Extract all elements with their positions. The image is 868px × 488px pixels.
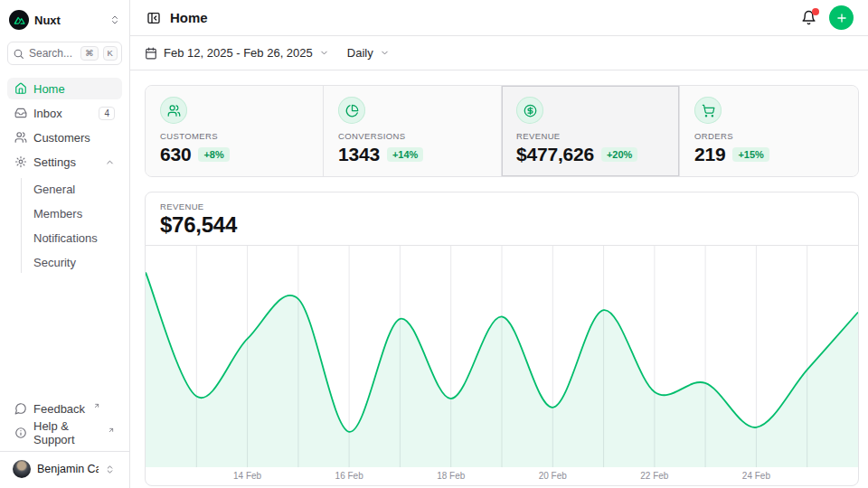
gear-icon xyxy=(14,155,27,168)
stats-panel: CUSTOMERS 630 +8% CONVERSIONS 1343 +14% xyxy=(145,85,859,177)
chevrons-up-down-icon xyxy=(105,465,115,474)
x-axis-tick-label: 14 Feb xyxy=(233,471,261,481)
stat-value: $477,626 xyxy=(516,144,594,165)
chat-bubble-icon xyxy=(14,402,27,415)
sidebar-item-settings[interactable]: Settings xyxy=(7,151,122,173)
stat-card-customers[interactable]: CUSTOMERS 630 +8% xyxy=(146,86,324,176)
sidebar-item-feedback[interactable]: Feedback xyxy=(7,398,122,419)
user-name: Benjamin Canac xyxy=(37,463,99,475)
workspace-name: Nuxt xyxy=(34,14,104,27)
stat-delta-badge: +15% xyxy=(732,147,769,162)
inbox-count-badge: 4 xyxy=(99,107,115,120)
plus-icon xyxy=(835,12,848,24)
filter-toolbar: Feb 12, 2025 - Feb 26, 2025 Daily xyxy=(130,36,868,70)
app-root: Nuxt ⌘ K Home Inb xyxy=(0,0,868,488)
sidebar-item-label: Customers xyxy=(33,131,115,145)
content: CUSTOMERS 630 +8% CONVERSIONS 1343 +14% xyxy=(130,70,868,486)
user-menu[interactable]: Benjamin Canac xyxy=(7,457,122,481)
sidebar-item-home[interactable]: Home xyxy=(7,78,122,99)
sidebar-footer: Feedback Help & Support xyxy=(7,398,122,444)
notification-dot xyxy=(812,8,819,15)
stat-label: ORDERS xyxy=(694,131,844,141)
workspace-switcher[interactable]: Nuxt xyxy=(7,7,122,33)
sidebar-spacer xyxy=(7,273,122,398)
chevron-up-icon xyxy=(105,157,115,167)
sidebar-item-label: Home xyxy=(33,82,115,96)
stat-delta-badge: +14% xyxy=(387,147,423,162)
pie-chart-icon xyxy=(338,97,365,124)
stat-value: 219 xyxy=(694,144,725,165)
sidebar-item-inbox[interactable]: Inbox 4 xyxy=(7,102,122,124)
house-icon xyxy=(14,82,27,95)
chevrons-up-down-icon xyxy=(109,14,120,25)
stat-card-conversions[interactable]: CONVERSIONS 1343 +14% xyxy=(324,86,502,176)
x-axis-tick-label: 16 Feb xyxy=(335,471,363,481)
sidebar-item-help-support[interactable]: Help & Support xyxy=(7,422,122,444)
inbox-icon xyxy=(14,107,27,119)
sidebar-item-label: Settings xyxy=(33,155,99,169)
stat-value: 1343 xyxy=(338,144,380,165)
chevron-down-icon xyxy=(319,48,329,58)
sidebar-nav: Home Inbox 4 Customers Settings xyxy=(7,78,122,273)
add-button[interactable] xyxy=(829,5,854,30)
sidebar: Nuxt ⌘ K Home Inb xyxy=(0,0,130,488)
sidebar-item-notifications[interactable]: Notifications xyxy=(27,227,122,249)
sidebar-item-security[interactable]: Security xyxy=(27,251,122,273)
sidebar-item-label: Notifications xyxy=(33,231,116,245)
search-input-container[interactable]: ⌘ K xyxy=(7,42,122,65)
settings-submenu: General Members Notifications Security xyxy=(21,178,122,273)
sidebar-item-label: Members xyxy=(33,207,116,221)
sidebar-divider xyxy=(0,451,129,452)
kbd-k: K xyxy=(103,46,118,61)
sidebar-item-label: Security xyxy=(33,256,116,269)
stat-card-revenue[interactable]: REVENUE $477,626 +20% xyxy=(502,86,680,176)
stat-label: CUSTOMERS xyxy=(160,131,308,141)
stat-value: 630 xyxy=(160,144,191,165)
chart-metric-value: $76,544 xyxy=(160,212,844,238)
external-link-icon xyxy=(93,399,100,412)
stat-card-orders[interactable]: ORDERS 219 +15% xyxy=(680,86,858,176)
sidebar-item-label: Help & Support xyxy=(33,419,99,446)
search-input[interactable] xyxy=(29,47,76,60)
collapse-sidebar-button[interactable] xyxy=(145,9,163,27)
header-actions xyxy=(799,5,854,30)
stat-delta-badge: +8% xyxy=(198,147,229,162)
chevron-down-icon xyxy=(380,48,390,58)
search-icon xyxy=(13,48,24,60)
sidebar-item-members[interactable]: Members xyxy=(27,202,122,224)
stat-label: REVENUE xyxy=(516,131,665,141)
cart-icon xyxy=(694,97,722,124)
chart-header: REVENUE $76,544 xyxy=(146,192,858,246)
avatar xyxy=(13,460,31,478)
granularity-select[interactable]: Daily xyxy=(347,46,390,60)
sidebar-item-general[interactable]: General xyxy=(27,178,122,200)
sidebar-item-customers[interactable]: Customers xyxy=(7,127,122,148)
kbd-cmd: ⌘ xyxy=(80,46,99,61)
chart-plot-area[interactable] xyxy=(146,246,858,467)
sidebar-item-label: Inbox xyxy=(33,107,92,120)
users-icon xyxy=(14,131,27,144)
stat-delta-badge: +20% xyxy=(601,147,637,162)
revenue-area-chart xyxy=(146,246,858,467)
calendar-icon xyxy=(145,47,157,60)
sidebar-item-label: Feedback xyxy=(33,402,85,416)
notifications-button[interactable] xyxy=(799,8,818,27)
granularity-label: Daily xyxy=(347,46,373,60)
dollar-icon xyxy=(516,97,543,124)
date-range-picker[interactable]: Feb 12, 2025 - Feb 26, 2025 xyxy=(145,46,329,60)
nuxt-logo-icon xyxy=(9,10,29,30)
panel-left-close-icon xyxy=(146,11,161,25)
main-area: Home Feb 12, xyxy=(130,0,868,488)
external-link-icon xyxy=(108,423,115,436)
stat-label: CONVERSIONS xyxy=(338,131,486,141)
info-icon xyxy=(14,427,27,439)
top-header: Home xyxy=(130,0,868,36)
sidebar-item-label: General xyxy=(33,183,116,196)
chart-metric-label: REVENUE xyxy=(160,202,844,211)
x-axis-tick-label: 22 Feb xyxy=(640,471,668,481)
x-axis-tick-label: 24 Feb xyxy=(742,471,770,481)
date-range-label: Feb 12, 2025 - Feb 26, 2025 xyxy=(164,46,313,60)
page-title: Home xyxy=(170,10,208,25)
revenue-chart-panel: REVENUE $76,544 14 Feb16 Feb18 Feb20 Feb… xyxy=(145,192,859,486)
users-icon xyxy=(160,97,187,124)
